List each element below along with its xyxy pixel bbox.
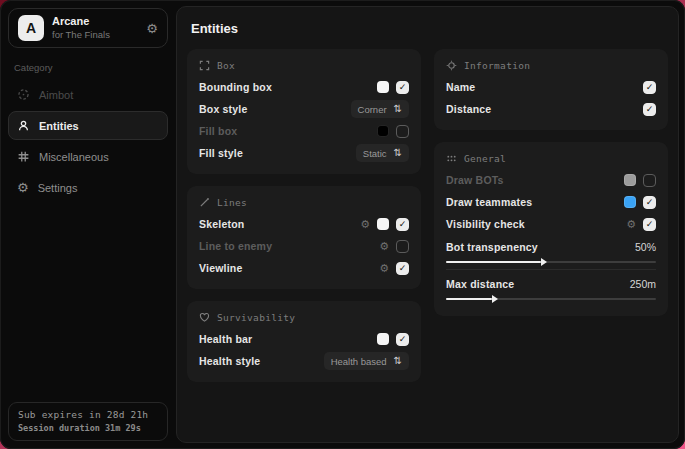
- color-swatch[interactable]: [624, 196, 636, 208]
- app-edition: for The Finals: [52, 29, 110, 41]
- setting-label: Health bar: [199, 333, 252, 345]
- color-swatch[interactable]: [377, 218, 389, 230]
- chevron-up-down-icon: ⇅: [394, 104, 402, 114]
- setting-label: Viewline: [199, 262, 242, 274]
- sidebar-item-entities[interactable]: Entities: [8, 111, 168, 140]
- setting-row-bounding-box: Bounding box ✓: [199, 76, 409, 98]
- box-card-header: Box: [199, 60, 409, 71]
- sidebar-item-label: Entities: [39, 120, 79, 132]
- entities-icon: [17, 119, 30, 132]
- setting-row-draw-bots: Draw BOTs ✓: [446, 169, 656, 191]
- color-swatch[interactable]: [377, 125, 389, 137]
- card-title: General: [464, 153, 506, 164]
- box-card: Box Bounding box ✓ Box style Corn: [187, 49, 421, 174]
- fill-style-dropdown[interactable]: Static ⇅: [356, 144, 409, 162]
- information-card: Information Name ✓ Distance ✓: [434, 49, 668, 130]
- divider: [446, 269, 656, 270]
- setting-row-distance: Distance ✓: [446, 98, 656, 120]
- setting-row-line-to-enemy: Line to enemy ⚙ ✓: [199, 235, 409, 257]
- setting-row-health-style: Health style Health based ⇅: [199, 350, 409, 372]
- bounding-box-checkbox[interactable]: ✓: [396, 81, 409, 94]
- session-duration-text: Session duration 31m 29s: [18, 423, 158, 433]
- setting-row-health-bar: Health bar ✓: [199, 328, 409, 350]
- bot-transparency-value: 50%: [635, 241, 656, 253]
- dropdown-value: Health based: [331, 356, 387, 367]
- color-swatch[interactable]: [377, 333, 389, 345]
- setting-row-visibility-check: Visibility check ⚙ ✓: [446, 213, 656, 235]
- viewline-checkbox[interactable]: ✓: [396, 262, 409, 275]
- draw-bots-checkbox[interactable]: ✓: [643, 174, 656, 187]
- miscellaneous-icon: [17, 150, 30, 163]
- max-distance-value: 250m: [630, 278, 656, 290]
- setting-row-fill-box: Fill box ✓: [199, 120, 409, 142]
- fill-box-checkbox[interactable]: ✓: [396, 125, 409, 138]
- sidebar-item-label: Aimbot: [39, 89, 73, 101]
- gear-icon: ⚙: [17, 181, 29, 194]
- setting-label: Name: [446, 81, 475, 93]
- lines-icon: [199, 197, 210, 208]
- left-column: Box Bounding box ✓ Box style Corn: [187, 49, 421, 382]
- color-swatch[interactable]: [377, 81, 389, 93]
- subscription-info-box: Sub expires in 28d 21h Session duration …: [8, 402, 168, 441]
- sidebar-item-aimbot[interactable]: Aimbot: [8, 80, 168, 109]
- dropdown-value: Static: [363, 148, 387, 159]
- sidebar-item-settings[interactable]: ⚙ Settings: [8, 173, 168, 202]
- slider-fill[interactable]: [446, 298, 492, 300]
- sidebar-item-label: Miscellaneous: [39, 151, 109, 163]
- max-distance-slider[interactable]: [446, 298, 656, 300]
- skeleton-checkbox[interactable]: ✓: [396, 218, 409, 231]
- lines-card-header: Lines: [199, 197, 409, 208]
- health-style-dropdown[interactable]: Health based ⇅: [324, 352, 409, 370]
- sidebar: A Arcane for The Finals ⚙ Category Aimbo…: [0, 0, 176, 449]
- setting-label: Line to enemy: [199, 240, 272, 252]
- app-header-card: A Arcane for The Finals ⚙: [8, 8, 168, 48]
- box-icon: [199, 60, 210, 71]
- viewline-settings-gear-icon[interactable]: ⚙: [379, 263, 389, 274]
- survivability-card: Survivability Health bar ✓ Health style: [187, 301, 421, 382]
- card-title: Box: [217, 60, 235, 71]
- card-title: Lines: [217, 197, 247, 208]
- right-column: Information Name ✓ Distance ✓: [434, 49, 668, 316]
- line-to-enemy-checkbox[interactable]: ✓: [396, 240, 409, 253]
- chevron-up-down-icon: ⇅: [394, 148, 402, 158]
- lines-card: Lines Skeleton ⚙ ✓ Line to enemy ⚙: [187, 186, 421, 289]
- page-title: Entities: [191, 21, 668, 36]
- setting-label: Draw teammates: [446, 196, 532, 208]
- color-swatch[interactable]: [624, 174, 636, 186]
- bot-transparency-slider[interactable]: [446, 261, 656, 263]
- setting-label: Health style: [199, 355, 260, 367]
- setting-row-bot-transparency: Bot transpenency 50%: [446, 238, 656, 256]
- setting-label: Box style: [199, 103, 248, 115]
- app-window: A Arcane for The Finals ⚙ Category Aimbo…: [0, 0, 685, 449]
- setting-label: Fill style: [199, 147, 243, 159]
- setting-row-viewline: Viewline ⚙ ✓: [199, 257, 409, 279]
- general-card-header: General: [446, 153, 656, 164]
- main-panel: Entities Box Bounding box: [176, 6, 679, 443]
- slider-fill[interactable]: [446, 261, 541, 263]
- health-bar-checkbox[interactable]: ✓: [396, 333, 409, 346]
- setting-label: Fill box: [199, 125, 237, 137]
- setting-row-draw-teammates: Draw teammates ✓: [446, 191, 656, 213]
- setting-label: Bot transpenency: [446, 241, 538, 253]
- line-to-enemy-settings-gear-icon[interactable]: ⚙: [379, 241, 389, 252]
- box-style-dropdown[interactable]: Corner ⇅: [351, 100, 409, 118]
- chevron-up-down-icon: ⇅: [394, 356, 402, 366]
- draw-teammates-checkbox[interactable]: ✓: [643, 196, 656, 209]
- visibility-check-checkbox[interactable]: ✓: [643, 218, 656, 231]
- desktop-backdrop: { "backdrop": {"top_color": "#6d0d20", "…: [0, 0, 685, 449]
- app-settings-gear-icon[interactable]: ⚙: [146, 21, 158, 36]
- distance-checkbox[interactable]: ✓: [643, 103, 656, 116]
- crosshair-icon: [17, 88, 30, 101]
- general-icon: [446, 153, 457, 164]
- setting-row-name: Name ✓: [446, 76, 656, 98]
- setting-label: Visibility check: [446, 218, 525, 230]
- dropdown-value: Corner: [358, 104, 387, 115]
- category-label: Category: [14, 62, 168, 73]
- name-checkbox[interactable]: ✓: [643, 81, 656, 94]
- sub-expiry-text: Sub expires in 28d 21h: [18, 409, 158, 420]
- skeleton-settings-gear-icon[interactable]: ⚙: [360, 219, 370, 230]
- setting-row-max-distance: Max distance 250m: [446, 275, 656, 293]
- sidebar-item-miscellaneous[interactable]: Miscellaneous: [8, 142, 168, 171]
- visibility-check-settings-gear-icon[interactable]: ⚙: [626, 219, 636, 230]
- setting-label: Distance: [446, 103, 491, 115]
